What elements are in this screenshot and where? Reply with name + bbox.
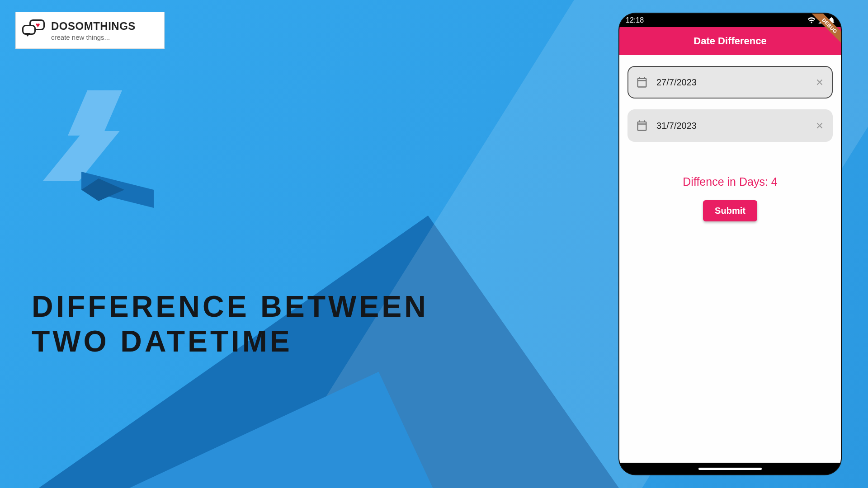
- headline-line-1: DIFFERENCE BETWEEN: [32, 289, 429, 324]
- headline-line-2: TWO DATETIME: [32, 324, 429, 359]
- app-body: 27/7/2023 31/7/2023 Diffence in Days: 4 …: [619, 55, 841, 463]
- wifi-icon: [807, 17, 816, 23]
- calendar-icon: [636, 76, 648, 89]
- start-date-field[interactable]: 27/7/2023: [627, 66, 833, 99]
- flutter-logo: [45, 90, 136, 208]
- clear-end-date-icon[interactable]: [815, 121, 825, 131]
- submit-button[interactable]: Submit: [703, 200, 757, 221]
- calendar-icon: [636, 119, 648, 132]
- brand-logo-card: ♥ DOSOMTHINGS create new things...: [15, 12, 165, 49]
- phone-mockup: DEBUG 12:18 Date Difference 27/7/2023 31…: [619, 14, 841, 474]
- app-bar: Date Difference: [619, 27, 841, 55]
- brand-title: DOSOMTHINGS: [51, 20, 136, 33]
- clear-start-date-icon[interactable]: [815, 77, 825, 87]
- status-bar: 12:18: [619, 14, 841, 27]
- status-time: 12:18: [626, 16, 644, 24]
- end-date-field[interactable]: 31/7/2023: [627, 109, 833, 142]
- start-date-value: 27/7/2023: [656, 77, 815, 88]
- page-headline: DIFFERENCE BETWEEN TWO DATETIME: [32, 289, 429, 358]
- difference-result: Diffence in Days: 4: [683, 175, 777, 188]
- heart-icon: ♥: [36, 21, 40, 29]
- end-date-value: 31/7/2023: [656, 121, 815, 131]
- android-nav-bar: [619, 463, 841, 474]
- nav-pill[interactable]: [698, 468, 762, 470]
- brand-subtitle: create new things...: [51, 33, 136, 41]
- app-title: Date Difference: [693, 35, 766, 47]
- brand-icon: ♥: [22, 19, 47, 41]
